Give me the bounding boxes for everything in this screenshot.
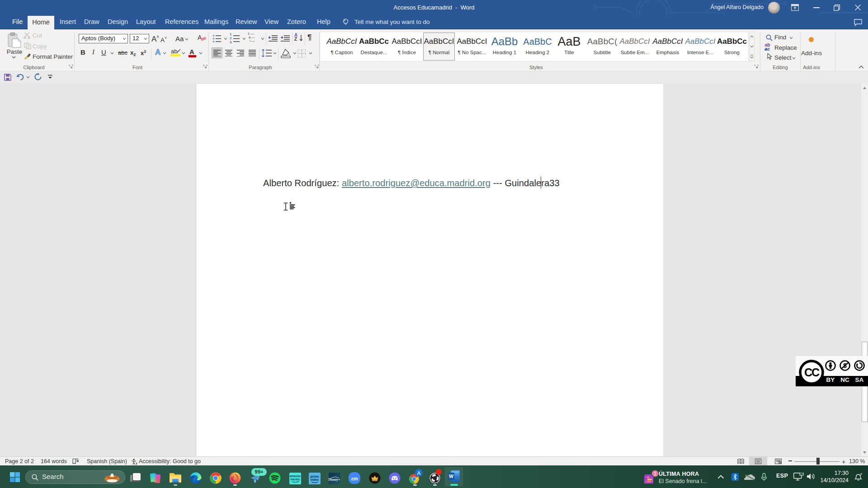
svg-text:Disney+: Disney+	[329, 478, 340, 482]
svg-text:A: A	[417, 470, 421, 476]
svg-text:music: music	[290, 477, 300, 481]
svg-text:CC: CC	[804, 366, 820, 379]
svg-text:zm: zm	[351, 476, 358, 481]
svg-text:z: z	[861, 473, 863, 475]
svg-text:video: video	[311, 478, 319, 481]
svg-text:W: W	[449, 474, 453, 479]
